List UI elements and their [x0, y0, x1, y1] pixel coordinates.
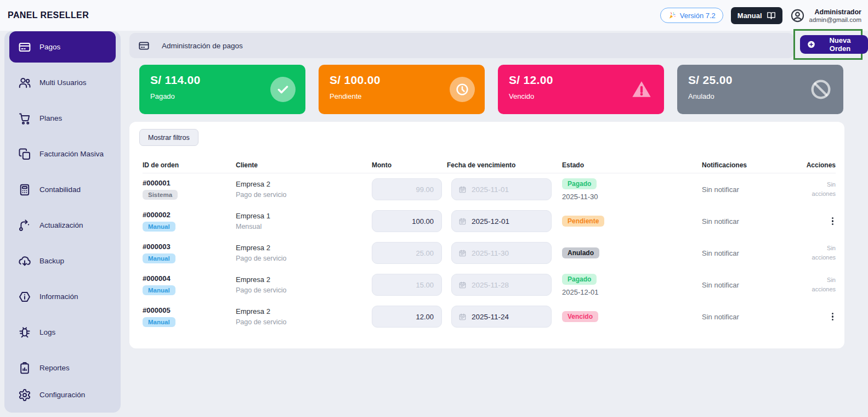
- manual-label: Manual: [737, 12, 762, 20]
- version-label: Versión 7.2: [680, 12, 716, 20]
- amount-input: [372, 242, 442, 264]
- status-date: 2025-12-01: [562, 288, 599, 296]
- order-id: #000004: [143, 274, 236, 283]
- order-source-badge: Manual: [143, 285, 175, 295]
- order-id: #000002: [143, 211, 236, 219]
- sidebar-item-label: Pagos: [39, 43, 60, 51]
- stat-card-pendiente: S/ 100.00Pendiente: [319, 65, 485, 114]
- sidebar-item-label: Logs: [39, 328, 55, 336]
- column-header-cliente: Cliente: [236, 161, 372, 169]
- order-id: #000001: [143, 179, 236, 187]
- due-date-value: 2025-11-28: [472, 281, 509, 289]
- status-badge: Pagado: [562, 178, 597, 189]
- sidebar-item-actualizaci-n[interactable]: Actualización: [9, 210, 116, 241]
- status-badge: Pendiente: [562, 216, 604, 227]
- shopping-cart-icon: [18, 112, 31, 125]
- due-date-value: 2025-11-24: [472, 313, 509, 321]
- due-date-input[interactable]: 2025-11-24: [451, 306, 552, 328]
- order-concept: Pago de servicio: [236, 191, 372, 199]
- no-actions-label: Sin acciones: [806, 275, 836, 294]
- status-badge: Anulado: [562, 247, 599, 258]
- new-order-button[interactable]: Nueva Orden: [800, 35, 868, 54]
- calculator-icon: [18, 183, 31, 196]
- sidebar-item-facturaci-n-masiva[interactable]: Facturación Masiva: [9, 138, 116, 170]
- client-name: Empresa 2: [236, 307, 372, 315]
- status-badge: Vencido: [562, 311, 598, 322]
- brand-title: PANEL RESELLER: [8, 10, 89, 20]
- order-source-badge: Sistema: [143, 190, 178, 200]
- sidebar-item-configuraci-n[interactable]: Configuración: [9, 379, 116, 410]
- user-name: Administrador: [809, 8, 861, 16]
- copy-icon: [18, 148, 31, 161]
- amount-input[interactable]: [372, 306, 442, 328]
- sidebar-item-label: Contabilidad: [39, 185, 81, 194]
- no-actions-label: Sin acciones: [806, 180, 836, 199]
- sidebar-item-label: Configuración: [39, 391, 85, 399]
- sidebar-item-pagos[interactable]: Pagos: [9, 31, 116, 63]
- table-row: #000002ManualEmpresa 1Mensual2025-12-01P…: [143, 205, 836, 237]
- page-title: Administración de pagos: [162, 42, 243, 50]
- column-header-monto: Monto: [372, 161, 447, 169]
- show-filters-button[interactable]: Mostrar filtros: [139, 129, 198, 146]
- info-hexagon-icon: [18, 290, 31, 303]
- user-info: Administrador admin@gmail.com: [809, 8, 861, 23]
- table-row: #000005ManualEmpresa 2Pago de servicio20…: [143, 301, 836, 333]
- amount-input[interactable]: [372, 210, 442, 232]
- sidebar-item-informaci-n[interactable]: Información: [9, 281, 116, 312]
- due-date-value: 2025-11-01: [472, 185, 509, 194]
- order-source-badge: Manual: [143, 253, 175, 263]
- orders-panel: Mostrar filtros ID de ordenClienteMontoF…: [129, 122, 844, 348]
- sidebar-item-multi-usuarios[interactable]: Multi Usuarios: [9, 67, 116, 98]
- due-date-input[interactable]: 2025-12-01: [451, 210, 552, 232]
- gear-icon: [18, 388, 31, 402]
- update-icon: [18, 219, 31, 232]
- sidebar-item-contabilidad[interactable]: Contabilidad: [9, 174, 116, 205]
- status-badge: Pagado: [562, 274, 597, 285]
- calendar-icon: [458, 249, 467, 257]
- sidebar-item-logs[interactable]: Logs: [9, 317, 116, 348]
- column-header-id-de-orden: ID de orden: [143, 161, 236, 169]
- sidebar-item-label: Multi Usuarios: [39, 78, 87, 87]
- new-order-label: Nueva Orden: [819, 36, 861, 53]
- order-concept: Pago de servicio: [236, 255, 372, 262]
- status-date: 2025-11-30: [562, 193, 598, 201]
- row-actions-menu[interactable]: [830, 215, 836, 228]
- order-concept: Pago de servicio: [236, 286, 372, 294]
- warning-triangle-icon: [629, 77, 654, 102]
- user-menu[interactable]: Administrador admin@gmail.com: [790, 8, 861, 23]
- column-header-fecha-de-vencimiento: Fecha de vencimiento: [447, 161, 562, 169]
- amount-input: [372, 274, 442, 296]
- sidebar-item-planes[interactable]: Planes: [9, 103, 116, 134]
- topbar-actions: Versión 7.2 Manual Administrador admin@g…: [660, 7, 861, 24]
- user-email: admin@gmail.com: [809, 16, 861, 23]
- table-row: #000001SistemaEmpresa 2Pago de servicio2…: [143, 173, 836, 205]
- calendar-icon: [458, 281, 467, 289]
- due-date-value: 2025-11-30: [472, 249, 509, 257]
- calendar-icon: [458, 217, 467, 226]
- ban-icon: [808, 77, 833, 102]
- notification-status: Sin notificar: [702, 281, 806, 289]
- topbar: PANEL RESELLER Versión 7.2 Manual Admini…: [0, 0, 868, 31]
- order-id: #000003: [143, 243, 236, 251]
- row-actions-menu[interactable]: [830, 310, 836, 324]
- stat-card-anulado: S/ 25.00Anulado: [677, 65, 843, 114]
- table-body: #000001SistemaEmpresa 2Pago de servicio2…: [143, 173, 836, 333]
- clipboard-chart-icon: [18, 362, 31, 375]
- check-icon: [270, 77, 296, 102]
- column-header-acciones: Acciones: [806, 161, 836, 169]
- clock-icon: [450, 77, 475, 102]
- order-concept: Mensual: [236, 223, 372, 230]
- notification-status: Sin notificar: [702, 313, 806, 321]
- notification-status: Sin notificar: [702, 217, 806, 226]
- client-name: Empresa 2: [236, 180, 372, 188]
- credit-card-icon: [138, 40, 150, 52]
- column-header-estado: Estado: [562, 161, 702, 169]
- version-badge[interactable]: Versión 7.2: [660, 8, 723, 23]
- sidebar-item-label: Información: [39, 292, 78, 301]
- calendar-icon: [458, 313, 467, 321]
- due-date-value: 2025-12-01: [472, 217, 509, 226]
- table-row: #000004ManualEmpresa 2Pago de servicio20…: [143, 269, 836, 301]
- table-row: #000003ManualEmpresa 2Pago de servicio20…: [143, 237, 836, 269]
- manual-button[interactable]: Manual: [731, 7, 782, 24]
- sidebar-item-backup[interactable]: Backup: [9, 245, 116, 277]
